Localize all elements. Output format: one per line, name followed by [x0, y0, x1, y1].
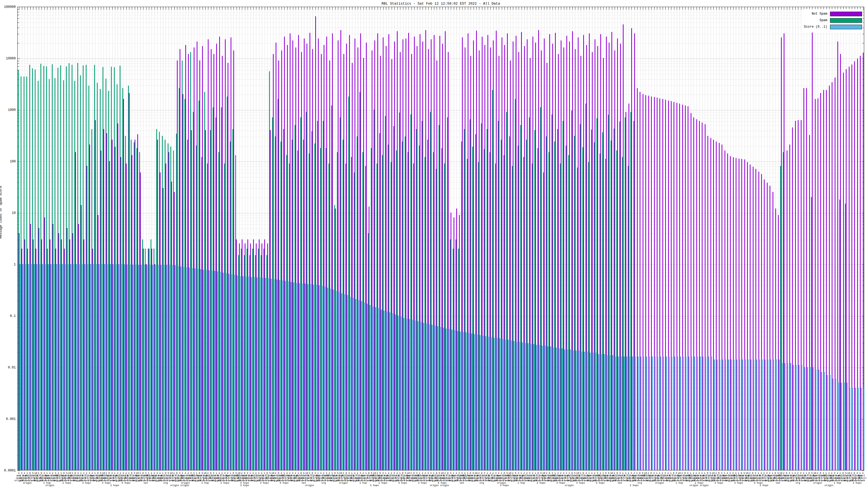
bar-score-0-1- [124, 264, 125, 470]
top-tick [199, 7, 200, 10]
bar-score-0-1- [403, 318, 404, 470]
bar-score-0-1- [437, 326, 438, 470]
bar-score-0-1- [440, 327, 441, 470]
top-tick [217, 7, 217, 10]
bar-score-0-1- [773, 359, 774, 470]
bar-score-0-1- [479, 335, 480, 470]
top-tick [637, 7, 638, 10]
bar-score-0-1- [646, 357, 647, 470]
minor-gridline [18, 131, 864, 131]
bar-score-0-1- [358, 300, 359, 470]
y-tick-left [18, 12, 19, 12]
top-tick [237, 7, 237, 10]
top-tick [708, 7, 708, 10]
top-tick [764, 7, 765, 10]
bar-score-0-1- [352, 298, 353, 470]
bar-score-0-1- [203, 270, 204, 470]
minor-gridline [18, 234, 864, 234]
top-tick [188, 7, 189, 10]
bar-score-0-1- [841, 383, 842, 470]
bar-score-0-1- [852, 388, 853, 470]
bar-score-0-1- [641, 357, 642, 470]
top-tick [742, 7, 742, 10]
bar-score-0-1- [745, 359, 746, 470]
bar-score-0-1- [581, 352, 582, 470]
minor-gridline [18, 15, 864, 15]
bar-score-0-1- [268, 278, 269, 470]
bar-score-0-1- [36, 264, 37, 470]
bar-score-0-1- [93, 264, 94, 470]
bar-score-0-1- [858, 388, 859, 470]
bar-score-0-1- [660, 357, 661, 470]
bar-score-0-1- [714, 359, 715, 470]
top-tick [490, 7, 491, 10]
top-tick [315, 7, 316, 10]
bar-score-0-1- [113, 264, 114, 470]
bar-score-0-1- [815, 369, 816, 470]
bar-score-0-1- [82, 264, 83, 470]
top-tick [30, 7, 31, 10]
minor-gridline [18, 95, 864, 95]
y-tick-label: 10000 [6, 57, 16, 61]
top-tick [629, 7, 629, 10]
bar-score-0-1- [406, 319, 407, 470]
bar-score-0-1- [643, 357, 644, 470]
bar-score-0-1- [522, 343, 523, 470]
top-tick [197, 7, 197, 10]
bar-score-0-1- [417, 321, 418, 470]
bar-score-0-1- [570, 350, 571, 470]
bar-score-0-1- [849, 388, 850, 470]
top-tick [338, 7, 338, 10]
top-tick [293, 7, 293, 10]
bar-score-0-1- [434, 326, 435, 470]
top-tick [219, 7, 220, 10]
top-tick [253, 7, 254, 10]
top-tick [53, 7, 53, 10]
bar-score-0-1- [180, 266, 182, 470]
bar-score-0-1- [225, 273, 226, 470]
top-tick [499, 7, 499, 10]
top-tick [59, 7, 59, 10]
minor-gridline [18, 216, 864, 216]
top-tick [33, 7, 33, 10]
bar-score-0-1- [28, 264, 29, 470]
bar-score-0-1- [818, 369, 819, 470]
bar-score-0-1- [121, 264, 122, 470]
top-tick [259, 7, 259, 10]
bar-score-0-1- [194, 268, 195, 470]
score-swatch [830, 25, 862, 29]
top-tick [344, 7, 344, 10]
bar-score-0-1- [90, 264, 91, 470]
bar-score-0-1- [804, 367, 805, 470]
bar-score-0-1- [42, 264, 43, 470]
bar-score-0-1- [547, 347, 549, 470]
bar-score-0-1- [677, 357, 678, 470]
bar-score-0-1- [567, 350, 568, 470]
bar-score-0-1- [259, 278, 260, 470]
bar-score-0-1- [448, 329, 450, 470]
y-tick-left [18, 19, 19, 19]
bar-score-0-1- [65, 264, 66, 470]
top-tick [234, 7, 234, 10]
legend: Not Spam Spam Score (0..1) [801, 9, 863, 33]
bar-score-0-1- [245, 276, 246, 470]
bar-score-0-1- [191, 268, 193, 470]
bar-score-0-1- [175, 265, 176, 470]
bar-score-0-1- [767, 359, 769, 470]
top-tick [603, 7, 603, 10]
top-tick [781, 7, 781, 10]
bar-score-0-1- [383, 311, 384, 470]
bar-score-0-1- [211, 270, 212, 470]
top-tick [420, 7, 420, 10]
bar-score-0-1- [95, 264, 97, 470]
top-tick [745, 7, 745, 10]
bar-score-0-1- [824, 372, 825, 470]
top-tick [626, 7, 626, 10]
bar-score-0-1- [51, 264, 52, 470]
bar-score-0-1- [220, 272, 221, 470]
top-tick [493, 7, 494, 10]
bar-score-0-1- [375, 307, 376, 470]
top-tick [699, 7, 700, 10]
bar-score-0-1- [666, 357, 667, 470]
top-tick [736, 7, 736, 10]
